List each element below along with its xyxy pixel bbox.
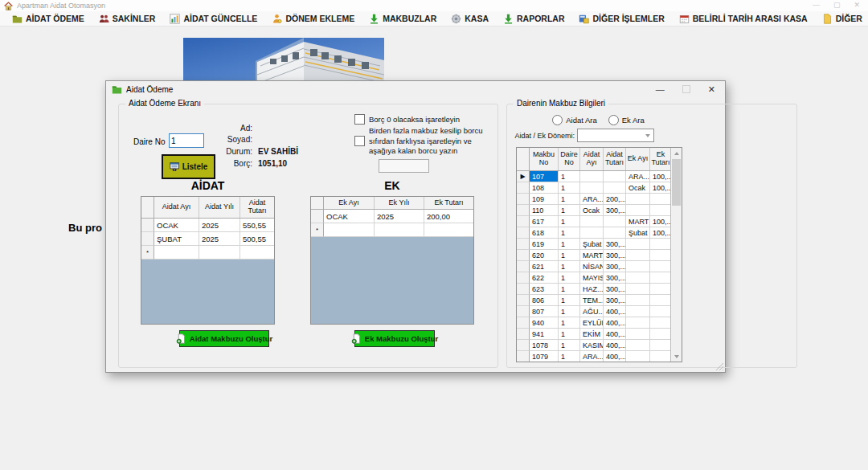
aidat-column-header[interactable]: Aidat Ayı [154, 197, 199, 218]
makbuz-cell[interactable]: 1 [559, 317, 580, 329]
makbuz-cell[interactable] [626, 351, 650, 362]
makbuz-cell[interactable]: 100,... [650, 227, 670, 239]
borc-zero-checkbox[interactable] [354, 114, 365, 125]
makbuz-cell[interactable] [650, 205, 670, 216]
makbuz-cell[interactable]: 1 [559, 250, 580, 261]
makbuz-cell[interactable]: 400,... [604, 351, 626, 362]
ek-ara-radio[interactable]: Ek Ara [608, 115, 645, 125]
makbuz-cell[interactable] [604, 227, 626, 239]
ek-cell[interactable]: OCAK [324, 210, 375, 223]
makbuz-grid[interactable]: Makbu NoDaire NoAidat AyıAidat TutarıEk … [516, 147, 682, 362]
makbuz-cell[interactable] [650, 351, 670, 362]
ek-row[interactable]: OCAK2025200,00 [311, 210, 473, 223]
chevron-down-icon[interactable] [642, 134, 653, 137]
makbuz-cell[interactable]: 1 [559, 182, 580, 194]
makbuz-cell[interactable]: 400,... [604, 340, 626, 351]
makbuz-cell[interactable] [626, 261, 650, 272]
makbuz-cell[interactable]: MAYIS [580, 272, 604, 284]
makbuz-cell[interactable]: 1 [559, 216, 580, 227]
ek-makbuzu-olustur-button[interactable]: Ek Makbuzu Oluştur [354, 330, 435, 347]
makbuz-cell[interactable]: MART [580, 250, 604, 261]
makbuz-cell[interactable] [604, 216, 626, 227]
ek-column-header[interactable]: Ek Yılı [375, 197, 424, 209]
makbuz-row-header[interactable] [517, 205, 530, 216]
grid-scrollbar[interactable] [670, 148, 682, 362]
makbuz-cell[interactable] [580, 216, 604, 227]
makbuz-cell[interactable] [626, 284, 650, 295]
makbuz-cell[interactable]: 1 [559, 171, 580, 182]
makbuz-cell[interactable] [626, 329, 650, 340]
menu-item-raporlar[interactable]: RAPORLAR [497, 12, 571, 26]
makbuz-row[interactable]: 1081Ocak100,... [517, 182, 670, 194]
makbuz-cell[interactable] [650, 284, 670, 295]
makbuz-column-header[interactable]: Aidat Ayı [580, 148, 604, 170]
makbuz-cell[interactable]: 1 [559, 261, 580, 272]
menu-item-diger[interactable]: DİĞER [817, 12, 868, 26]
makbuz-cell[interactable]: 109 [530, 194, 559, 205]
menu-item-diger-islemler[interactable]: DİĞER İŞLEMLER [573, 12, 669, 26]
makbuz-cell[interactable]: 100,... [650, 182, 670, 194]
makbuz-cell[interactable]: 1 [559, 329, 580, 340]
makbuz-cell[interactable] [626, 340, 650, 351]
menu-item-kasa[interactable]: KASA [445, 12, 494, 26]
makbuz-row-header[interactable]: ▶ [517, 171, 530, 182]
makbuz-cell[interactable]: 1 [559, 306, 580, 317]
makbuz-row[interactable]: ▶1071ARA...100,... [517, 171, 670, 182]
dialog-minimize-button[interactable]: — [656, 84, 665, 94]
makbuz-row[interactable]: 10791ARA...400,... [517, 351, 670, 362]
menu-item-belirli-tarih-arasi-kasa[interactable]: BELİRLİ TARİH ARASI KASA [674, 12, 813, 26]
makbuz-row[interactable]: 6221MAYIS300,... [517, 272, 670, 284]
makbuz-row-header[interactable] [517, 284, 530, 295]
makbuz-cell[interactable]: 300,... [604, 272, 626, 284]
makbuz-cell[interactable]: 100,... [650, 216, 670, 227]
makbuz-cell[interactable] [650, 261, 670, 272]
radio-circle[interactable] [552, 115, 563, 125]
menu-item-makbuzlar[interactable]: MAKBUZLAR [363, 12, 442, 26]
ek-cell[interactable] [424, 223, 474, 237]
makbuz-row[interactable]: 9401EYLÜL400,... [517, 317, 670, 329]
makbuz-row[interactable]: 6181Şubat100,... [517, 227, 670, 239]
app-minimize-button[interactable]: — [813, 2, 820, 9]
makbuz-column-header[interactable]: Ek Ayı [626, 148, 650, 170]
aidat-column-header[interactable]: Aidat Tutarı [240, 197, 275, 218]
menu-item-sakinler[interactable]: SAKİNLER [93, 12, 162, 26]
app-close-button[interactable]: ✕ [854, 2, 860, 9]
makbuz-cell[interactable]: NİSAN [580, 261, 604, 272]
makbuz-cell[interactable]: TEM... [580, 295, 604, 306]
makbuz-cell[interactable]: 1 [559, 205, 580, 216]
makbuz-cell[interactable]: 200,... [604, 194, 626, 205]
makbuz-cell[interactable] [626, 205, 650, 216]
ek-cell[interactable]: 2025 [375, 210, 424, 223]
makbuz-row[interactable]: 6191Şubat300,... [517, 239, 670, 250]
kalan-borc-input[interactable] [379, 159, 429, 173]
makbuz-cell[interactable]: 1079 [530, 351, 559, 362]
makbuz-cell[interactable]: 400,... [604, 306, 626, 317]
aidat-cell[interactable] [240, 246, 275, 260]
makbuz-cell[interactable]: 1 [559, 340, 580, 351]
makbuz-cell[interactable]: HAZ... [580, 284, 604, 295]
makbuz-cell[interactable]: 806 [530, 295, 559, 306]
aidat-row-header[interactable] [141, 232, 154, 246]
makbuz-row[interactable]: 6171MART100,... [517, 216, 670, 227]
makbuz-cell[interactable] [650, 329, 670, 340]
ek-cell[interactable] [324, 223, 375, 237]
makbuz-cell[interactable]: 1 [559, 194, 580, 205]
makbuz-cell[interactable] [626, 272, 650, 284]
makbuz-cell[interactable]: 300,... [604, 261, 626, 272]
makbuz-row[interactable]: 6201MART300,... [517, 250, 670, 261]
makbuz-row-header[interactable] [517, 216, 530, 227]
makbuz-row-header[interactable] [517, 272, 530, 284]
makbuz-cell[interactable] [626, 239, 650, 250]
makbuz-cell[interactable] [604, 171, 626, 182]
dialog-maximize-button[interactable] [682, 85, 690, 93]
makbuz-row-header[interactable] [517, 227, 530, 239]
makbuz-cell[interactable]: ARA... [580, 351, 604, 362]
makbuz-row-header[interactable] [517, 317, 530, 329]
ek-column-header[interactable]: Ek Tutarı [424, 197, 474, 209]
makbuz-cell[interactable] [650, 272, 670, 284]
makbuz-cell[interactable]: 1 [559, 227, 580, 239]
makbuz-cell[interactable]: 1 [559, 239, 580, 250]
makbuz-row[interactable]: 1091ARA...200,... [517, 194, 670, 205]
aidat-cell[interactable] [199, 246, 240, 260]
makbuz-cell[interactable] [626, 317, 650, 329]
